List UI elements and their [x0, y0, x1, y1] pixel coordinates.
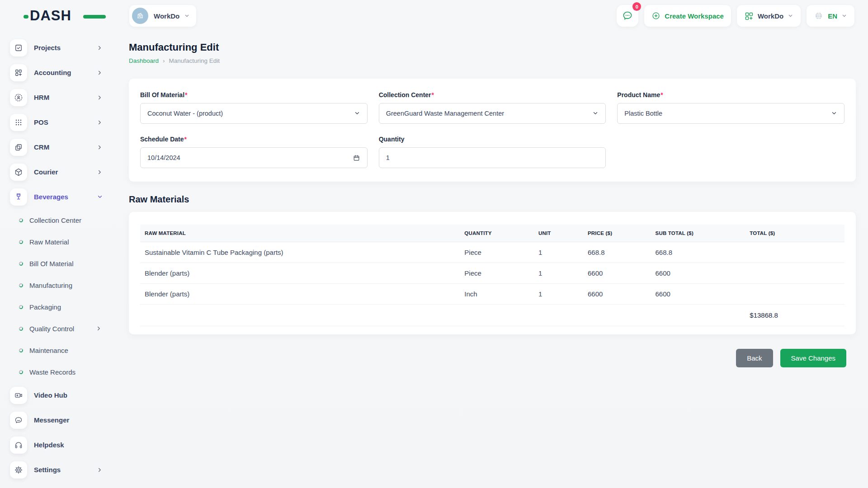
submenu-item-waste-records[interactable]: Waste Records — [0, 361, 117, 383]
workspace-menu-button[interactable]: WorkDo — [737, 5, 801, 27]
required-asterisk: * — [185, 91, 187, 99]
accounting-grid-icon — [10, 64, 27, 81]
sidebar-item-projects[interactable]: Projects — [0, 35, 117, 60]
sidebar: Projects Accounting HRM POS CRM Cou — [0, 32, 117, 482]
sidebar-item-label: Helpdesk — [34, 441, 64, 449]
bullet-icon — [19, 305, 24, 310]
sidebar-item-helpdesk[interactable]: Helpdesk — [0, 432, 117, 457]
field-schedule-date: Schedule Date* 10/14/2024 — [140, 136, 368, 168]
sidebar-item-video-hub[interactable]: Video Hub — [0, 383, 117, 408]
sidebar-item-hrm[interactable]: HRM — [0, 85, 117, 110]
workspace-menu-label: WorkDo — [758, 12, 783, 20]
chevron-right-icon — [97, 169, 103, 175]
sidebar-item-crm[interactable]: CRM — [0, 135, 117, 160]
sidebar-item-courier[interactable]: Courier — [0, 160, 117, 184]
cell-quantity: Piece — [460, 263, 534, 284]
package-box-icon — [10, 164, 27, 181]
schedule-date-input[interactable]: 10/14/2024 — [140, 147, 368, 168]
chevron-down-icon — [788, 13, 793, 19]
create-workspace-button[interactable]: Create Workspace — [644, 5, 731, 27]
save-changes-button[interactable]: Save Changes — [780, 349, 846, 367]
product-name-select[interactable]: Plastic Bottle — [617, 103, 844, 124]
cell-price: 6600 — [583, 263, 651, 284]
sidebar-item-label: Video Hub — [34, 391, 67, 399]
chevron-right-icon — [96, 325, 102, 332]
cell-total — [745, 263, 844, 284]
workspace-switcher[interactable]: WorkDo — [129, 5, 196, 27]
language-selector[interactable]: EN — [807, 5, 854, 27]
submenu-item-packaging[interactable]: Packaging — [0, 296, 117, 318]
main-content: Manufacturing Edit Dashboard › Manufactu… — [129, 32, 856, 367]
headphones-icon — [10, 436, 27, 454]
bill-of-material-select[interactable]: Coconut Water - (product) — [140, 103, 368, 124]
select-value: Plastic Bottle — [624, 110, 662, 117]
workspace-switcher-label: WorkDo — [154, 12, 179, 20]
messages-button[interactable]: 0 — [617, 5, 638, 27]
cell-unit: 1 — [534, 284, 583, 305]
submenu-item-quality-control[interactable]: Quality Control — [0, 318, 117, 339]
dots-grid-icon — [10, 114, 27, 131]
raw-materials-table: RAW MATERIAL QUANTITY UNIT PRICE ($) SUB… — [140, 225, 844, 326]
sidebar-item-pos[interactable]: POS — [0, 110, 117, 135]
overlapping-squares-icon — [10, 139, 27, 156]
form-actions: Back Save Changes — [129, 349, 856, 367]
field-label: Bill Of Material* — [140, 91, 368, 99]
cell-quantity: Piece — [460, 242, 534, 263]
sidebar-item-label: Courier — [34, 168, 58, 176]
beverages-submenu: Collection Center Raw Material Bill Of M… — [0, 209, 117, 383]
required-asterisk: * — [184, 136, 186, 143]
cell-total — [745, 242, 844, 263]
plus-circle-icon — [651, 11, 660, 20]
col-raw-material: RAW MATERIAL — [140, 225, 460, 242]
submenu-item-label: Collection Center — [29, 216, 81, 224]
submenu-item-bill-of-material[interactable]: Bill Of Material — [0, 253, 117, 274]
sidebar-item-label: Settings — [34, 466, 61, 474]
raw-materials-card: RAW MATERIAL QUANTITY UNIT PRICE ($) SUB… — [129, 212, 856, 334]
raw-materials-heading: Raw Materials — [129, 194, 856, 205]
sidebar-item-label: Beverages — [34, 193, 68, 201]
sidebar-item-beverages[interactable]: Beverages — [0, 184, 117, 209]
sidebar-item-label: Projects — [34, 44, 61, 52]
sidebar-item-settings[interactable]: Settings — [0, 457, 117, 482]
breadcrumb: Dashboard › Manufacturing Edit — [129, 57, 856, 64]
sidebar-item-messenger[interactable]: Messenger — [0, 408, 117, 432]
video-camera-icon — [10, 387, 27, 404]
chevron-down-icon — [354, 110, 360, 117]
submenu-item-collection-center[interactable]: Collection Center — [0, 209, 117, 231]
cell-sub-total: 6600 — [651, 284, 745, 305]
dash-logo: DASH — [30, 8, 98, 24]
cell-raw-material: Blender (parts) — [140, 263, 460, 284]
person-dashed-circle-icon — [10, 89, 27, 106]
table-total-row: $13868.8 — [140, 305, 844, 326]
cell-sub-total: 6600 — [651, 263, 745, 284]
sidebar-item-accounting[interactable]: Accounting — [0, 60, 117, 85]
field-label: Product Name* — [617, 91, 844, 99]
form-spacer — [617, 136, 844, 168]
cell-price: 6600 — [583, 284, 651, 305]
chevron-right-icon — [97, 70, 103, 76]
chevron-right-icon — [97, 119, 103, 126]
submenu-item-label: Quality Control — [29, 325, 74, 333]
back-button[interactable]: Back — [736, 349, 773, 367]
bullet-icon — [19, 348, 24, 353]
collection-center-select[interactable]: GreenGuard Waste Management Center — [379, 103, 606, 124]
breadcrumb-dashboard-link[interactable]: Dashboard — [129, 57, 159, 64]
field-label: Schedule Date* — [140, 136, 368, 143]
cell-raw-material: Sustainable Vitamin C Tube Packaging (pa… — [140, 242, 460, 263]
col-quantity: QUANTITY — [460, 225, 534, 242]
cell-quantity: Inch — [460, 284, 534, 305]
chevron-right-icon — [97, 94, 103, 101]
grand-total-value: $13868.8 — [745, 305, 844, 326]
cell-sub-total: 668.8 — [651, 242, 745, 263]
submenu-item-label: Bill Of Material — [29, 260, 74, 267]
sidebar-item-label: Accounting — [34, 69, 71, 76]
submenu-item-raw-material[interactable]: Raw Material — [0, 231, 117, 253]
chat-bubble-icon — [10, 412, 27, 429]
quantity-input[interactable] — [379, 147, 606, 168]
checkbox-icon — [10, 39, 27, 56]
submenu-item-manufacturing[interactable]: Manufacturing — [0, 274, 117, 296]
required-asterisk: * — [660, 91, 663, 99]
submenu-item-maintenance[interactable]: Maintenance — [0, 339, 117, 361]
logo-green-dot-icon — [24, 15, 28, 19]
bullet-icon — [19, 370, 24, 375]
